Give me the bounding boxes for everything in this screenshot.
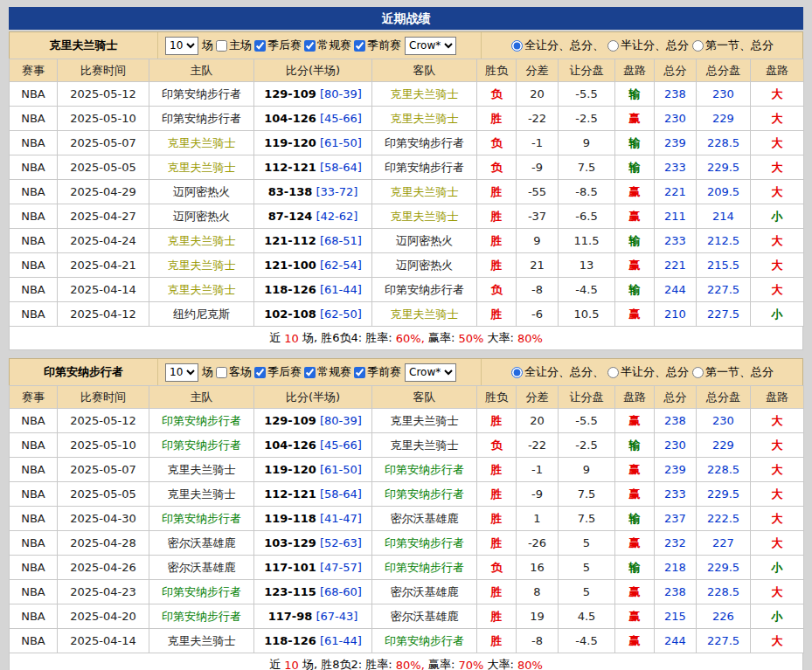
total-cell: 244 [655, 278, 697, 302]
half-handicap-total-radio-option[interactable]: 半让分、总分 [607, 364, 689, 380]
regular-season-checkbox[interactable] [304, 367, 316, 378]
home-team-name: 印第安纳步行者 [162, 112, 241, 125]
league-text: NBA [21, 136, 45, 149]
full-handicap-total-radio-option[interactable]: 全让分、总分、 [510, 38, 604, 53]
venue-filter[interactable]: 客场 [215, 364, 252, 380]
point-diff-text: -22 [528, 439, 546, 452]
bookmaker-select[interactable]: Crow* [405, 37, 456, 55]
venue-checkbox[interactable] [216, 40, 227, 52]
away-team-name: 印第安纳步行者 [385, 463, 464, 476]
league-cell: NBA [10, 204, 58, 229]
total-line-cell: 229.5 [697, 556, 751, 580]
full-handicap-total-radio[interactable] [511, 367, 523, 378]
first-quarter-total-radio-option[interactable]: 第一节、总分 [691, 364, 774, 380]
over-under-text: 大 [772, 414, 783, 427]
regular-season-filter[interactable]: 常规赛 [303, 364, 351, 380]
playoffs-checkbox[interactable] [254, 40, 266, 52]
away-team-cell: 克里夫兰骑士 [372, 433, 477, 458]
handicap-cell: -4.5 [559, 278, 615, 302]
games-count-select[interactable]: 10 [165, 363, 198, 382]
full-handicap-total-radio-option[interactable]: 全让分、总分、 [510, 364, 604, 380]
column-header: 胜负 [477, 386, 517, 409]
home-team-name: 印第安纳步行者 [162, 512, 241, 525]
diff-cell: -9 [517, 482, 559, 507]
handicap-line-text: -8.5 [575, 185, 597, 198]
over-under-text: 小 [772, 307, 783, 321]
date-cell: 2025-05-07 [58, 458, 149, 482]
over-under-text: 大 [772, 585, 783, 598]
first-quarter-total-radio-option[interactable]: 第一节、总分 [691, 38, 774, 53]
preseason-filter[interactable]: 季前赛 [353, 38, 401, 53]
total-points-text: 238 [664, 414, 686, 427]
ou-result-cell: 小 [751, 302, 804, 327]
total-points-text: 244 [664, 283, 686, 296]
half-handicap-total-radio[interactable] [607, 367, 619, 378]
handicap-result-text: 输 [629, 283, 641, 296]
preseason-filter[interactable]: 季前赛 [353, 364, 401, 380]
column-header: 总分 [655, 59, 697, 82]
full-score: 83-138 [268, 185, 313, 198]
games-count-select[interactable]: 10 [165, 37, 198, 55]
total-line-cell: 228.5 [697, 580, 751, 604]
total-cell: 218 [655, 556, 697, 580]
column-header: 分差 [517, 59, 559, 82]
regular-season-label: 常规赛 [317, 364, 351, 380]
handicap-result-text: 输 [629, 234, 641, 247]
total-line-cell: 230 [697, 82, 751, 107]
home-team-name: 印第安纳步行者 [162, 439, 241, 452]
score-cell: 118-126 [61-44] [254, 629, 372, 653]
league-cell: NBA [10, 229, 58, 253]
total-line-cell: 214 [697, 204, 751, 229]
win-loss-text: 胜 [491, 112, 503, 125]
regular-season-checkbox[interactable] [304, 40, 316, 52]
point-diff-text: 21 [530, 259, 545, 272]
score-cell: 83-138 [33-72] [254, 180, 372, 204]
away-team-name: 印第安纳步行者 [385, 634, 464, 647]
home-team-name: 克里夫兰骑士 [168, 487, 236, 501]
handicap-result-cell: 赢 [615, 302, 655, 327]
playoffs-filter[interactable]: 季后赛 [253, 364, 302, 380]
handicap-result-cell: 赢 [615, 180, 655, 204]
first-quarter-total-radio[interactable] [692, 40, 704, 52]
handicap-cell: 5 [559, 556, 615, 580]
league-cell: NBA [10, 131, 58, 155]
handicap-result-text: 赢 [629, 414, 641, 427]
date-text: 2025-04-29 [70, 185, 136, 198]
handicap-result-text: 赢 [629, 487, 641, 501]
point-diff-text: 1 [533, 512, 540, 525]
playoffs-filter[interactable]: 季后赛 [253, 38, 302, 53]
table-row: NBA2025-04-14克里夫兰骑士118-126 [61-44]印第安纳步行… [10, 629, 804, 653]
total-line-cell: 228.5 [697, 131, 751, 155]
total-line-cell: 227.5 [697, 302, 751, 327]
diff-cell: -37 [517, 204, 559, 229]
home-team-name: 密尔沃基雄鹿 [168, 536, 236, 549]
handicap-result-text: 赢 [629, 463, 641, 476]
result-cell: 胜 [477, 180, 517, 204]
ou-result-cell: 大 [751, 458, 804, 482]
total-line-text: 228.5 [707, 463, 739, 476]
venue-checkbox[interactable] [216, 367, 227, 378]
date-cell: 2025-04-27 [58, 204, 149, 229]
date-cell: 2025-05-05 [58, 155, 149, 180]
date-text: 2025-05-10 [70, 439, 136, 452]
handicap-cell: -6.5 [559, 204, 615, 229]
score-cell: 119-120 [61-50] [254, 458, 372, 482]
home-team-name: 克里夫兰骑士 [168, 161, 236, 174]
half-handicap-total-radio-option[interactable]: 半让分、总分 [607, 38, 689, 53]
date-text: 2025-04-27 [70, 210, 136, 223]
first-quarter-total-radio[interactable] [692, 367, 704, 378]
regular-season-filter[interactable]: 常规赛 [303, 38, 351, 53]
bookmaker-select[interactable]: Crow* [405, 363, 456, 382]
home-team-cell: 克里夫兰骑士 [149, 155, 254, 180]
preseason-checkbox[interactable] [354, 40, 365, 52]
result-cell: 胜 [477, 253, 517, 278]
preseason-checkbox[interactable] [354, 367, 365, 378]
full-handicap-total-radio[interactable] [511, 40, 523, 52]
half-handicap-total-radio[interactable] [607, 40, 619, 52]
playoffs-checkbox[interactable] [254, 367, 266, 378]
total-cell: 237 [655, 507, 697, 531]
date-cell: 2025-05-07 [58, 131, 149, 155]
table-row: NBA2025-04-28密尔沃基雄鹿103-129 [52-63]印第安纳步行… [10, 531, 804, 556]
summary-text: 近 [269, 330, 284, 346]
venue-filter[interactable]: 主场 [215, 38, 252, 53]
